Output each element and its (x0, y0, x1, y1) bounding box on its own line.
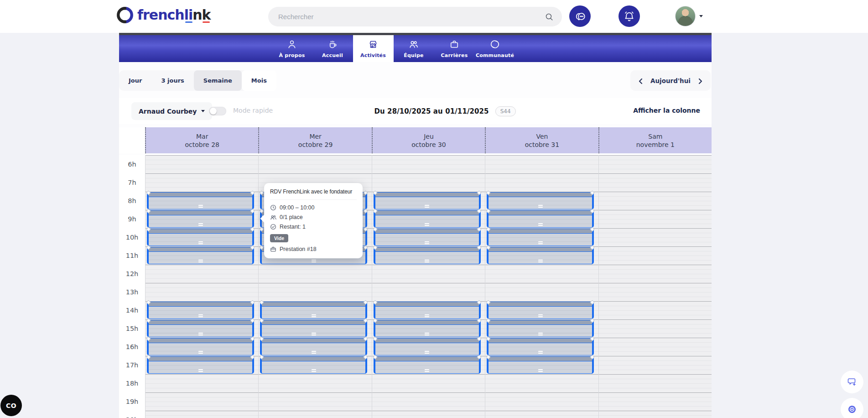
cookie-consent-badge[interactable]: CO (0, 395, 22, 416)
event-block[interactable] (374, 192, 481, 209)
hour-label: 12h (119, 265, 145, 283)
user-selector-dropdown[interactable]: Arnaud Courbey (131, 102, 212, 120)
event-block[interactable] (374, 338, 481, 355)
brand-name-primary: frenchli (137, 7, 192, 23)
event-block[interactable] (260, 302, 367, 319)
event-block[interactable] (487, 192, 594, 209)
avatar[interactable] (675, 6, 696, 26)
event-resize-grip[interactable] (198, 314, 203, 317)
event-block[interactable] (374, 229, 481, 246)
notifications-button[interactable] (619, 5, 640, 27)
event-resize-grip[interactable] (425, 223, 429, 226)
event-resize-grip[interactable] (538, 205, 543, 208)
event-block[interactable] (147, 210, 254, 228)
nav-tab-briefcase[interactable]: Carrières (434, 35, 475, 62)
event-resize-grip[interactable] (198, 351, 203, 354)
event-block[interactable] (374, 302, 481, 319)
next-period-button[interactable] (697, 78, 703, 84)
nav-tab-coffee[interactable]: Accueil (312, 35, 353, 62)
event-resize-grip[interactable] (312, 314, 316, 317)
event-resize-grip[interactable] (425, 369, 429, 372)
event-resize-grip[interactable] (538, 369, 543, 372)
date-navigator: Aujourd'hui (630, 70, 711, 91)
event-resize-grip[interactable] (538, 260, 543, 262)
event-resize-grip[interactable] (198, 241, 203, 244)
event-block[interactable] (487, 210, 594, 228)
event-block[interactable] (147, 302, 254, 319)
event-resize-grip[interactable] (538, 223, 543, 226)
event-resize-grip[interactable] (312, 333, 316, 335)
day-header-mer[interactable]: Meroctobre 29 (258, 127, 371, 153)
event-block[interactable] (374, 320, 481, 337)
nav-tab-team[interactable]: Équipe (394, 35, 434, 62)
brand-logo[interactable]: frenchlink (116, 6, 211, 24)
event-resize-grip[interactable] (425, 333, 429, 335)
nav-tab-person[interactable]: À propos (272, 35, 312, 62)
event-resize-grip[interactable] (198, 205, 203, 208)
nav-tab-store[interactable]: Activités (353, 35, 394, 62)
event-block[interactable] (487, 247, 594, 264)
event-block[interactable] (147, 247, 254, 264)
view-option-jour[interactable]: Jour (119, 70, 151, 91)
event-resize-grip[interactable] (425, 260, 429, 262)
view-option-mois[interactable]: Mois (242, 70, 276, 91)
day-header-mar[interactable]: Maroctobre 28 (145, 127, 258, 153)
event-block[interactable] (260, 338, 367, 355)
event-resize-grip[interactable] (425, 205, 429, 208)
event-block[interactable] (487, 302, 594, 319)
nav-tab-community[interactable]: Communauté (475, 35, 515, 62)
quick-mode-toggle[interactable] (209, 107, 226, 115)
event-block[interactable] (147, 192, 254, 209)
event-block[interactable] (487, 320, 594, 337)
event-block[interactable] (260, 356, 367, 374)
show-column-button[interactable]: Afficher la colonne (633, 107, 700, 114)
event-resize-grip[interactable] (198, 223, 203, 226)
event-block[interactable] (147, 229, 254, 246)
event-resize-grip[interactable] (538, 351, 543, 354)
view-option-3-jours[interactable]: 3 jours (151, 70, 193, 91)
search-bar[interactable] (268, 7, 562, 26)
search-input[interactable] (278, 13, 545, 21)
event-block[interactable] (147, 356, 254, 374)
event-resize-grip[interactable] (312, 260, 316, 262)
event-resize-grip[interactable] (312, 369, 316, 372)
calendar-toolbar: Arnaud Courbey Mode rapide Du 28/10/2025… (119, 98, 712, 124)
event-resize-grip[interactable] (538, 314, 543, 317)
event-resize-grip[interactable] (198, 369, 203, 372)
event-block[interactable] (374, 356, 481, 374)
event-resize-grip[interactable] (425, 314, 429, 317)
event-block[interactable] (260, 320, 367, 337)
week-number-badge: S44 (495, 106, 516, 116)
event-block[interactable] (487, 356, 594, 374)
hour-label: 14h (119, 301, 145, 319)
event-header (489, 193, 592, 197)
event-block[interactable] (374, 210, 481, 228)
tooltip-time: 09:00 – 10:00 (280, 204, 314, 211)
event-resize-grip[interactable] (538, 241, 543, 244)
view-option-semaine[interactable]: Semaine (194, 70, 242, 91)
event-block[interactable] (487, 338, 594, 355)
event-resize-grip[interactable] (312, 351, 316, 354)
event-block[interactable] (147, 338, 254, 355)
day-date: octobre 30 (411, 141, 446, 148)
prev-period-button[interactable] (638, 78, 644, 84)
settings-button[interactable] (841, 398, 863, 418)
day-header-jeu[interactable]: Jeuoctobre 30 (372, 127, 485, 153)
user-menu[interactable] (675, 6, 703, 26)
day-header-ven[interactable]: Venoctobre 31 (485, 127, 598, 153)
event-block[interactable] (374, 247, 481, 264)
flag-red-underline (203, 21, 210, 23)
event-resize-grip[interactable] (198, 333, 203, 335)
event-resize-grip[interactable] (425, 351, 429, 354)
day-header-sam[interactable]: Samnovembre 1 (598, 127, 712, 153)
toggle-knob (210, 108, 217, 115)
hour-label: 6h (119, 155, 145, 173)
event-resize-grip[interactable] (425, 241, 429, 244)
event-resize-grip[interactable] (538, 333, 543, 335)
event-block[interactable] (487, 229, 594, 246)
event-block[interactable] (147, 320, 254, 337)
feedback-button[interactable] (841, 371, 863, 393)
messages-button[interactable] (569, 5, 591, 27)
today-button[interactable]: Aujourd'hui (650, 77, 691, 84)
event-resize-grip[interactable] (198, 260, 203, 262)
